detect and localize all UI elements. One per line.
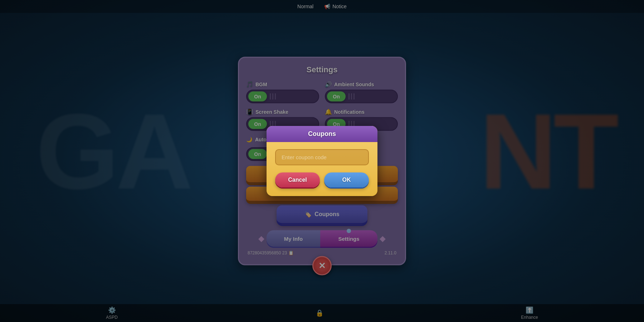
coupon-dialog-header: Coupons bbox=[267, 126, 377, 142]
coupon-cancel-button[interactable]: Cancel bbox=[275, 172, 320, 187]
coupon-overlay: Coupons Cancel OK bbox=[0, 0, 644, 322]
coupon-dialog-buttons: Cancel OK bbox=[275, 172, 369, 187]
coupon-code-input[interactable] bbox=[275, 149, 369, 165]
coupon-dialog-title: Coupons bbox=[308, 130, 336, 137]
coupon-dialog-body: Cancel OK bbox=[267, 142, 377, 196]
coupon-ok-button[interactable]: OK bbox=[324, 172, 369, 187]
coupon-dialog: Coupons Cancel OK bbox=[267, 126, 377, 196]
